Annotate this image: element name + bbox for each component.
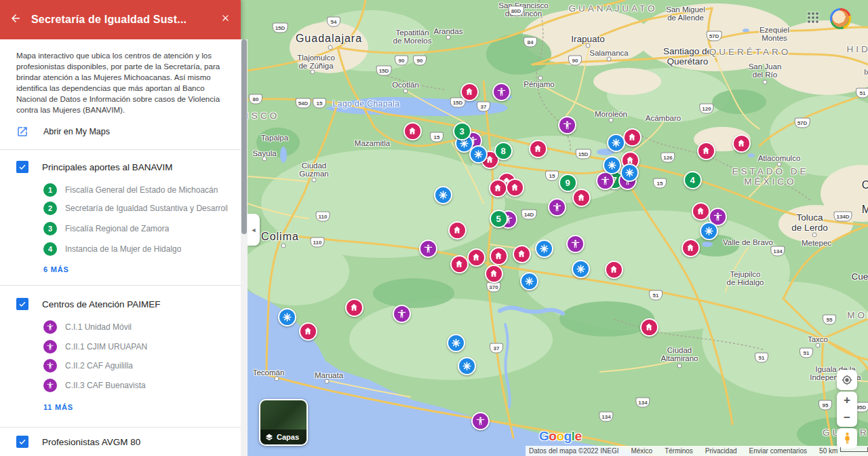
list-item[interactable]: C.II.1 CJIM URUAPAN bbox=[43, 340, 147, 354]
section-title[interactable]: Profesionistas AVGM 80 bbox=[42, 437, 140, 447]
map-marker-home[interactable] bbox=[529, 140, 547, 158]
map-marker-snow[interactable] bbox=[458, 357, 476, 375]
road-shield: 370 bbox=[486, 282, 500, 292]
map-marker-snow[interactable] bbox=[620, 164, 639, 182]
road-shield: 80D bbox=[509, 6, 524, 16]
sidebar-scrollbar[interactable] bbox=[241, 39, 248, 456]
back-arrow-icon[interactable] bbox=[0, 12, 31, 28]
map-label: Guadalajara bbox=[296, 33, 362, 45]
section-profesionistas: Profesionistas AVGM 80 bbox=[16, 436, 140, 448]
checkbox-banavim[interactable] bbox=[16, 161, 28, 173]
road-shield: 84 bbox=[524, 37, 537, 48]
map-marker-snow[interactable] bbox=[572, 260, 590, 278]
map-marker-numbered[interactable]: 5 bbox=[490, 210, 508, 228]
google-logo-letter: e bbox=[574, 429, 581, 443]
open-in-my-maps-link[interactable]: Abrir en My Maps bbox=[16, 126, 110, 138]
map-marker-home[interactable] bbox=[732, 134, 751, 153]
map-marker-snow[interactable] bbox=[700, 222, 718, 240]
map-marker-home[interactable] bbox=[640, 318, 658, 337]
layers-button[interactable]: Capas bbox=[259, 399, 308, 446]
map-marker-home[interactable] bbox=[460, 83, 479, 101]
terms-link[interactable]: Términos bbox=[665, 447, 693, 455]
map-marker-home[interactable] bbox=[682, 239, 700, 257]
section-title[interactable]: Principales aportes al BANAVIM bbox=[42, 162, 173, 172]
map-marker-person[interactable] bbox=[492, 83, 511, 101]
close-icon[interactable] bbox=[210, 13, 241, 26]
checkbox-profesionistas[interactable] bbox=[16, 436, 28, 448]
road-shield: 54D bbox=[296, 98, 311, 109]
map-marker-home[interactable] bbox=[692, 202, 710, 221]
privacy-link[interactable]: Privacidad bbox=[705, 447, 737, 455]
map-label: ESTADO DE MÉXICO bbox=[732, 166, 808, 187]
map-marker-home[interactable] bbox=[489, 179, 507, 197]
map-marker-numbered[interactable]: 9 bbox=[559, 174, 577, 192]
map-marker-person[interactable] bbox=[566, 235, 585, 253]
map-marker-home[interactable] bbox=[299, 322, 317, 341]
more-link-banavim[interactable]: 6 MÁS bbox=[43, 265, 69, 273]
map-marker-home[interactable] bbox=[623, 128, 642, 147]
map-marker-snow[interactable] bbox=[520, 272, 538, 290]
section-title[interactable]: Centros de Atención PAIMEF bbox=[42, 299, 161, 309]
zoom-out-button[interactable]: − bbox=[837, 409, 857, 427]
map-marker-numbered[interactable]: 4 bbox=[684, 171, 702, 189]
account-avatar[interactable] bbox=[830, 8, 851, 29]
list-item[interactable]: 4 Instancia de la Mujer de Hidalgo bbox=[43, 242, 181, 256]
list-item[interactable]: C.I.1 Unidad Móvil bbox=[43, 320, 132, 334]
collapse-arrow-icon: ◄ bbox=[251, 227, 257, 233]
divider bbox=[0, 149, 241, 150]
list-item[interactable]: 3 Fiscalía Regional de Zamora bbox=[43, 222, 169, 235]
map-marker-home[interactable] bbox=[697, 142, 715, 160]
map-marker-snow[interactable] bbox=[447, 334, 465, 352]
road-shield: 90 bbox=[568, 56, 582, 66]
map-marker-numbered[interactable]: 3 bbox=[453, 122, 471, 140]
map-marker-home[interactable] bbox=[490, 247, 508, 265]
list-item[interactable]: 2 Secretaría de Igualdad Sustantiva y De… bbox=[43, 202, 228, 215]
map-marker-person[interactable] bbox=[548, 198, 566, 216]
map-marker-person[interactable] bbox=[393, 305, 411, 323]
google-apps-grid-icon[interactable] bbox=[807, 12, 819, 26]
list-item[interactable]: C.II.3 CAF Buenavista bbox=[43, 379, 146, 392]
map-attribution-bar: Datos del mapa ©2022 INEGI México Términ… bbox=[526, 446, 868, 456]
more-link-paimef[interactable]: 11 MÁS bbox=[43, 403, 73, 411]
map-label: JALISCO bbox=[248, 111, 279, 121]
scrollbar-thumb[interactable] bbox=[241, 39, 247, 234]
map-marker-home[interactable] bbox=[572, 189, 591, 207]
map-canvas[interactable]: GuadalajaraTlajomulco de ZúñigaTepatitlá… bbox=[248, 0, 868, 456]
map-marker-snow[interactable] bbox=[434, 186, 452, 204]
map-marker-snow[interactable] bbox=[535, 240, 553, 258]
map-marker-person[interactable] bbox=[596, 172, 614, 190]
scale-bar bbox=[840, 447, 868, 452]
map-marker-home[interactable] bbox=[345, 299, 363, 317]
road-shield: 37 bbox=[490, 343, 503, 354]
list-item[interactable]: C.II.2 CAF Aguililla bbox=[43, 359, 133, 373]
map-marker-home[interactable] bbox=[450, 255, 469, 273]
map-marker-home[interactable] bbox=[448, 221, 467, 240]
map-marker-home[interactable] bbox=[513, 245, 531, 263]
map-marker-snow[interactable] bbox=[603, 156, 621, 174]
map-marker-snow[interactable] bbox=[469, 145, 488, 164]
road-shield: 134 bbox=[770, 246, 785, 256]
map-marker-home[interactable] bbox=[485, 265, 503, 283]
road-shield: 15D bbox=[376, 66, 392, 76]
my-location-button[interactable] bbox=[837, 370, 857, 390]
town-dot bbox=[812, 233, 817, 238]
checkbox-paimef[interactable] bbox=[16, 298, 28, 310]
map-marker-snow[interactable] bbox=[278, 308, 296, 326]
map-marker-numbered[interactable]: 8 bbox=[494, 142, 513, 160]
map-marker-person[interactable] bbox=[558, 116, 576, 134]
map-marker-person[interactable] bbox=[419, 240, 437, 258]
zoom-in-button[interactable]: + bbox=[837, 392, 857, 409]
list-item[interactable]: 1 Fiscalía General del Estado de Michoac… bbox=[43, 183, 218, 197]
map-marker-person[interactable] bbox=[471, 412, 490, 430]
map-marker-home[interactable] bbox=[403, 122, 422, 140]
google-logo-letter: o bbox=[556, 429, 564, 443]
map-marker-home[interactable] bbox=[605, 261, 623, 279]
map-label: Ixmiquilpan bbox=[864, 68, 868, 76]
map-marker-snow[interactable] bbox=[607, 134, 625, 152]
map-marker-home[interactable] bbox=[506, 178, 524, 197]
map-marker-home[interactable] bbox=[467, 248, 486, 267]
feedback-link[interactable]: Enviar comentarios bbox=[749, 447, 808, 455]
sidebar-collapse-button[interactable]: ◄ bbox=[248, 214, 260, 246]
google-logo[interactable]: Google bbox=[539, 429, 581, 444]
map-label: Ezequiel Montes bbox=[760, 26, 789, 42]
